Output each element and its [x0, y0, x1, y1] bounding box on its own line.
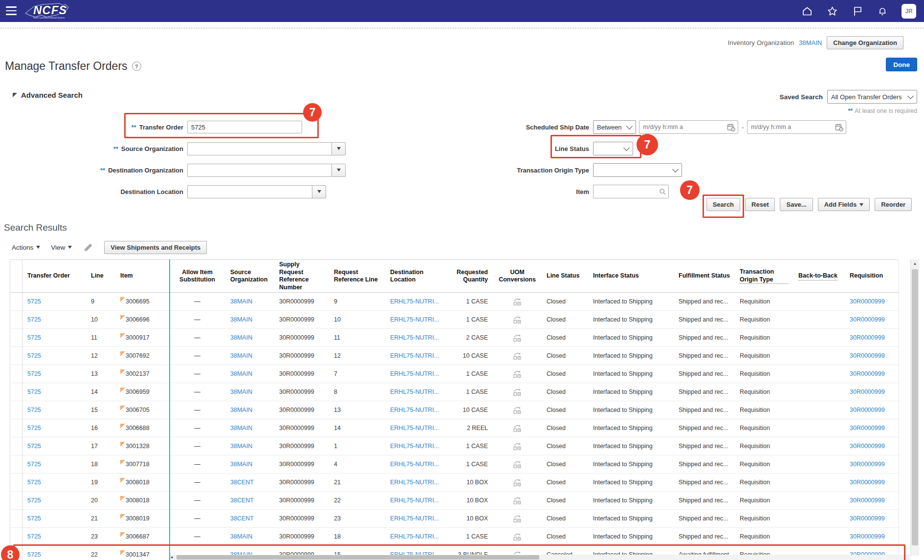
- vertical-scrollbar[interactable]: ▲: [910, 259, 919, 556]
- search-icon[interactable]: [659, 188, 666, 195]
- avatar[interactable]: JR: [902, 4, 916, 19]
- cell-source_organization[interactable]: 38MAIN: [225, 437, 274, 455]
- calendar-clock-icon[interactable]: [727, 123, 735, 131]
- uom-conversions-icon[interactable]: [512, 370, 522, 378]
- star-icon[interactable]: [826, 5, 838, 17]
- cell-requisition[interactable]: 30R0000999: [845, 329, 899, 346]
- cell-source_organization[interactable]: 38MAIN: [225, 293, 274, 310]
- advanced-search-section-header[interactable]: Advanced Search: [13, 91, 83, 99]
- cell-destination_location[interactable]: ERHL75-NUTRI...: [385, 401, 444, 419]
- destination-location-combobox[interactable]: [187, 185, 326, 198]
- cell-uom_conversions[interactable]: [493, 401, 542, 419]
- column-header-interface_status[interactable]: Interface Status: [588, 260, 674, 293]
- column-header-supply_request_reference_number[interactable]: Supply Request Reference Number: [274, 260, 329, 293]
- cell-destination_location[interactable]: ERHL75-NUTRI...: [385, 474, 444, 491]
- reset-button[interactable]: Reset: [745, 198, 775, 211]
- cell-destination_location[interactable]: ERHL75-NUTRI...: [385, 510, 444, 527]
- cell-requisition[interactable]: 30R0000999: [845, 419, 899, 437]
- table-row[interactable]: 5725233006687—38MAIN30R000099918ERHL75-N…: [10, 528, 899, 546]
- dropdown-arrow-icon[interactable]: [312, 185, 326, 198]
- column-header-allow_item_substitution[interactable]: Allow Item Substitution: [169, 260, 225, 293]
- home-icon[interactable]: [801, 5, 813, 17]
- transaction-origin-type-select[interactable]: [593, 163, 682, 177]
- cell-source_organization[interactable]: 38MAIN: [225, 329, 274, 346]
- table-row[interactable]: 5725203008018—38CENT30R000099922ERHL75-N…: [10, 492, 899, 510]
- menu-icon[interactable]: [6, 6, 17, 15]
- saved-search-select[interactable]: All Open Transfer Orders: [827, 90, 917, 104]
- cell-requisition[interactable]: 30R0000999: [845, 383, 899, 401]
- uom-conversions-icon[interactable]: [512, 298, 522, 306]
- cell-uom_conversions[interactable]: [493, 383, 542, 401]
- destination-organization-combobox[interactable]: [187, 164, 346, 177]
- cell-source_organization[interactable]: 38CENT: [225, 492, 274, 509]
- table-row[interactable]: 5725173001328—38MAIN30R00009991ERHL75-NU…: [10, 437, 899, 455]
- column-header-transaction_origin_type[interactable]: Transaction Origin Type: [735, 260, 793, 293]
- cell-destination_location[interactable]: ERHL75-NUTRI...: [385, 437, 444, 455]
- cell-transfer_order[interactable]: 5725: [22, 492, 86, 509]
- cell-uom_conversions[interactable]: [493, 293, 542, 310]
- cell-transfer_order[interactable]: 5725: [22, 311, 86, 328]
- cell-requisition[interactable]: 30R0000999: [845, 474, 899, 491]
- table-row[interactable]: 5725133002137—38MAIN30R00009997ERHL75-NU…: [10, 365, 899, 383]
- edit-pencil-icon[interactable]: [83, 242, 93, 253]
- cell-destination_location[interactable]: ERHL75-NUTRI...: [385, 329, 444, 346]
- cell-destination_location[interactable]: ERHL75-NUTRI...: [385, 528, 444, 545]
- column-header-line_status[interactable]: Line Status: [542, 260, 588, 293]
- cell-transfer_order[interactable]: 5725: [22, 510, 86, 527]
- uom-conversions-icon[interactable]: [512, 424, 522, 432]
- done-button[interactable]: Done: [886, 58, 917, 71]
- cell-requisition[interactable]: 30R0000999: [845, 311, 899, 328]
- table-row[interactable]: 5725163006688—38MAIN30R000099914ERHL75-N…: [10, 419, 899, 437]
- column-header-requested_quantity[interactable]: Requested Quantity: [444, 260, 493, 293]
- cell-uom_conversions[interactable]: [493, 365, 542, 383]
- ship-date-operator-select[interactable]: Between: [593, 120, 636, 134]
- cell-source_organization[interactable]: 38MAIN: [225, 383, 274, 401]
- transfer-order-input[interactable]: [187, 121, 302, 133]
- destination-location-input[interactable]: [187, 185, 312, 198]
- column-header-requisition[interactable]: Requisition: [845, 260, 899, 293]
- cell-requisition[interactable]: 30R0000999: [845, 455, 899, 473]
- cell-transfer_order[interactable]: 5725: [22, 383, 86, 401]
- column-header-transfer_order[interactable]: Transfer Order: [22, 260, 86, 293]
- cell-transfer_order[interactable]: 5725: [22, 347, 86, 365]
- cell-requisition[interactable]: 30R0000999: [845, 401, 899, 419]
- view-shipments-and-receipts-button[interactable]: View Shipments and Receipts: [104, 241, 207, 254]
- table-row[interactable]: 5725193008018—38CENT30R000099921ERHL75-N…: [10, 474, 899, 492]
- cell-uom_conversions[interactable]: [493, 492, 542, 509]
- help-icon[interactable]: ?: [132, 62, 141, 71]
- cell-transfer_order[interactable]: 5725: [22, 455, 86, 473]
- line-status-select[interactable]: [593, 142, 633, 155]
- actions-menu[interactable]: Actions: [12, 244, 40, 251]
- cell-destination_location[interactable]: ERHL75-NUTRI...: [385, 293, 444, 310]
- cell-uom_conversions[interactable]: [493, 510, 542, 527]
- dropdown-arrow-icon[interactable]: [331, 142, 346, 155]
- table-row[interactable]: 5725213008019—38CENT30R000099923ERHL75-N…: [10, 510, 899, 528]
- cell-requisition[interactable]: 30R0000999: [845, 510, 899, 527]
- column-header-fulfillment_status[interactable]: Fulfillment Status: [674, 260, 735, 293]
- add-fields-button[interactable]: Add Fields: [818, 198, 870, 211]
- table-row[interactable]: 572593006695—38MAIN30R00009999ERHL75-NUT…: [10, 293, 899, 311]
- cell-uom_conversions[interactable]: [493, 329, 542, 346]
- uom-conversions-icon[interactable]: [512, 533, 522, 541]
- column-header-request_reference_line[interactable]: Request Reference Line: [329, 260, 385, 293]
- cell-destination_location[interactable]: ERHL75-NUTRI...: [385, 347, 444, 365]
- uom-conversions-icon[interactable]: [512, 515, 522, 523]
- cell-destination_location[interactable]: ERHL75-NUTRI...: [385, 311, 444, 328]
- cell-source_organization[interactable]: 38MAIN: [225, 455, 274, 473]
- scroll-left-icon[interactable]: ◄: [170, 555, 174, 560]
- uom-conversions-icon[interactable]: [512, 352, 522, 360]
- calendar-clock-icon[interactable]: [835, 123, 843, 131]
- column-header-item[interactable]: Item: [115, 260, 169, 293]
- cell-transfer_order[interactable]: 5725: [22, 293, 86, 310]
- save-button[interactable]: Save...: [780, 198, 813, 211]
- uom-conversions-icon[interactable]: [512, 442, 522, 451]
- horizontal-scrollbar[interactable]: ◄: [169, 555, 910, 560]
- column-header-back_to_back[interactable]: Back-to-Back: [793, 260, 845, 293]
- cell-uom_conversions[interactable]: [493, 528, 542, 545]
- inventory-organization-link[interactable]: 38MAIN: [799, 39, 822, 46]
- view-menu[interactable]: View: [51, 244, 72, 251]
- destination-organization-input[interactable]: [187, 164, 331, 177]
- ship-date-from-field[interactable]: [639, 120, 738, 134]
- cell-requisition[interactable]: 30R0000999: [845, 437, 899, 455]
- column-header-source_organization[interactable]: Source Organization: [225, 260, 274, 293]
